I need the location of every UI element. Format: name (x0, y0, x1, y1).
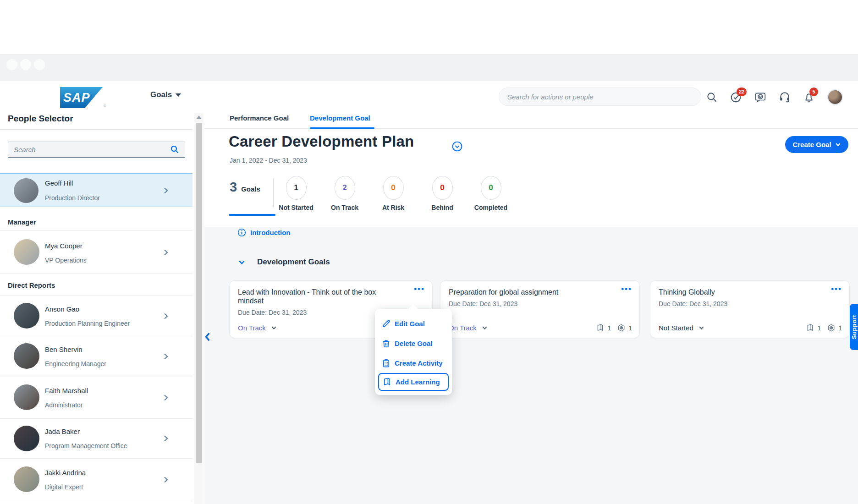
stat-label: Completed (474, 204, 507, 211)
menu-item-label: Edit Goal (395, 320, 425, 328)
menu-item-edit-goal[interactable]: Edit Goal (375, 314, 452, 334)
headset-icon[interactable] (779, 91, 791, 103)
person-row-ben-shervin[interactable]: Ben Shervin Engineering Manager (0, 336, 192, 377)
person-name: Geoff Hill (45, 179, 73, 187)
goal-plan-section-background (204, 227, 858, 504)
menu-item-add-learning[interactable]: Add Learning (378, 373, 449, 391)
activity-hexagon-icon (827, 324, 835, 332)
menu-item-delete-goal[interactable]: Delete Goal (375, 334, 452, 353)
sap-logo-text: SAP (60, 91, 90, 105)
person-row-geoff-hill[interactable]: Geoff Hill Production Director (0, 173, 192, 207)
tab-performance-goal[interactable]: Performance Goal (230, 114, 289, 122)
person-role: Digital Expert (45, 483, 83, 491)
goal-context-menu: Edit Goal Delete Goal Create Activity Ad… (375, 309, 452, 395)
page: SAP ® Goals 22 (0, 0, 858, 504)
goal-count-chips[interactable]: 1 1 (806, 324, 842, 332)
person-role: Program Management Office (45, 442, 127, 449)
goal-status-dropdown[interactable]: On Track (238, 324, 277, 332)
goal-overflow-menu-icon[interactable]: ••• (414, 285, 425, 294)
stat-behind[interactable]: 0 Behind (415, 176, 470, 211)
copilot-chat-icon[interactable] (754, 91, 766, 103)
plan-options-chevron-icon[interactable] (452, 141, 462, 152)
goals-total-label: Goals (241, 185, 260, 193)
avatar (14, 384, 39, 410)
stat-value: 0 (481, 176, 501, 200)
chevron-right-icon (162, 249, 170, 256)
people-search-input[interactable] (14, 146, 170, 153)
person-row-faith-marshall[interactable]: Faith Marshall Administrator (0, 377, 192, 418)
trash-icon (382, 339, 390, 348)
stat-value: 0 (432, 176, 453, 200)
goal-overflow-menu-icon[interactable]: ••• (831, 285, 842, 294)
person-row-anson-gao[interactable]: Anson Gao Production Planning Engineer (0, 296, 192, 336)
global-search-input[interactable] (507, 93, 693, 101)
goal-status-dropdown[interactable]: On Track (449, 324, 488, 332)
goal-count-chips[interactable]: 1 1 (596, 324, 632, 332)
divider (0, 501, 192, 501)
stat-completed[interactable]: 0 Completed (463, 176, 518, 211)
person-role: Administrator (45, 401, 82, 409)
window-dot (34, 59, 45, 70)
chevron-down-icon (271, 325, 277, 331)
development-goals-section-header: Development Goals (238, 257, 330, 267)
person-role: VP Operations (45, 257, 87, 264)
user-avatar[interactable] (827, 89, 843, 105)
scrollbar-thumb[interactable] (196, 123, 202, 463)
person-row-mya-cooper[interactable]: Mya Cooper VP Operations (0, 231, 192, 274)
goal-overflow-menu-icon[interactable]: ••• (621, 285, 632, 294)
plan-date-range: Jan 1, 2022 - Dec 31, 2023 (230, 157, 307, 164)
scrollbar-up-arrow[interactable] (196, 115, 202, 119)
search-icon[interactable] (170, 145, 179, 154)
global-search[interactable] (499, 88, 701, 106)
goal-card-preparation-global-assignment[interactable]: Preparation for global assignment Due Da… (440, 280, 640, 338)
stat-on-track[interactable]: 2 On Track (317, 176, 372, 211)
chevron-right-icon (162, 312, 170, 320)
collapse-section-chevron-icon[interactable] (238, 259, 245, 266)
avatar (14, 239, 39, 265)
person-role: Engineering Manager (45, 360, 106, 367)
introduction-link[interactable]: Introduction (237, 228, 290, 237)
divider (0, 274, 192, 274)
stat-not-started[interactable]: 1 Not Started (269, 176, 324, 211)
activity-count: 1 (628, 324, 632, 332)
search-icon[interactable] (706, 91, 718, 103)
support-tab[interactable]: Support (850, 304, 858, 350)
tab-development-goal[interactable]: Development Goal (310, 114, 370, 122)
menu-item-create-activity[interactable]: Create Activity (375, 353, 452, 373)
window-dot (6, 59, 17, 70)
person-row-jada-baker[interactable]: Jada Baker Program Management Office (0, 419, 192, 458)
goal-status: On Track (449, 324, 477, 332)
info-icon (237, 228, 246, 237)
browser-chrome-band (0, 54, 858, 81)
goal-status: On Track (238, 324, 266, 332)
learning-book-icon (806, 324, 814, 332)
people-selector-panel: People Selector Geoff Hill Production Di… (0, 113, 192, 504)
sidebar-scrollbar[interactable] (194, 113, 204, 504)
people-search[interactable] (8, 141, 185, 158)
chevron-right-icon (162, 187, 170, 194)
goal-tabs: Performance Goal Development Goal (204, 113, 858, 129)
person-name: Faith Marshall (45, 387, 88, 394)
support-label: Support (851, 315, 858, 339)
goal-card-thinking-globally[interactable]: Thinking Globally Due Date: Dec 31, 2023… (650, 280, 850, 338)
activity-hexagon-icon (617, 324, 625, 332)
avatar (14, 303, 39, 329)
goals-total-tab[interactable]: 3 Goals (230, 180, 260, 195)
person-name: Ben Shervin (45, 345, 82, 353)
todos-check-circle-icon[interactable]: 22 (730, 91, 742, 103)
app-header: SAP ® Goals 22 (0, 81, 858, 113)
chevron-right-icon (162, 353, 170, 360)
learning-book-icon (596, 324, 604, 332)
module-switcher-goals[interactable]: Goals (150, 90, 181, 99)
goal-status-dropdown[interactable]: Not Started (659, 324, 704, 332)
people-selector-title: People Selector (8, 114, 73, 124)
avatar (14, 426, 39, 451)
create-goal-button[interactable]: Create Goal (785, 136, 848, 153)
person-row-jakki-andrina[interactable]: Jakki Andrina Digital Expert (0, 459, 192, 501)
stat-value: 1 (286, 176, 307, 200)
collapse-sidebar-icon[interactable] (204, 332, 212, 342)
sap-logo[interactable]: SAP (60, 87, 103, 108)
chevron-down-icon (835, 142, 841, 148)
stat-at-risk[interactable]: 0 At Risk (366, 176, 421, 211)
bell-icon[interactable]: 5 (803, 91, 815, 103)
